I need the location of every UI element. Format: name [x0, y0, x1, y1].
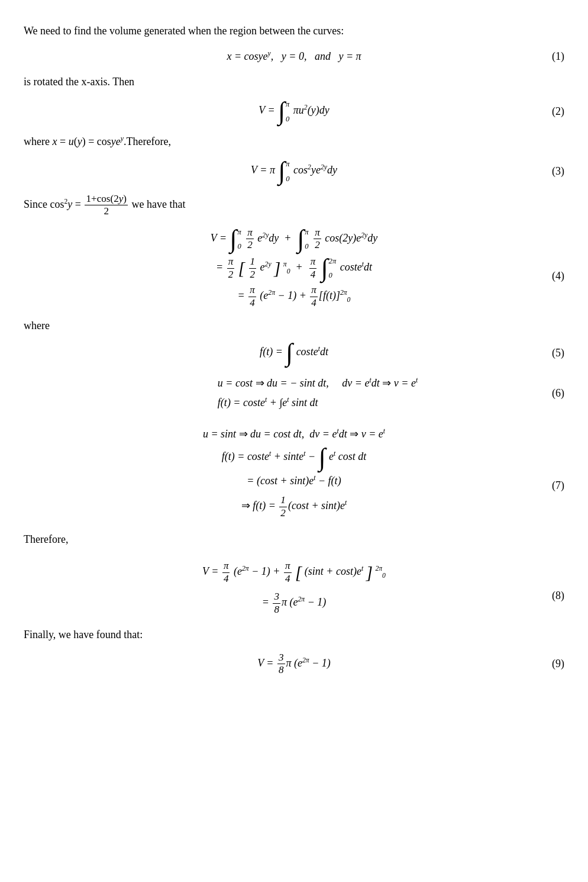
equation-3: V = π ∫ π0 cos2ye2ydy (3): [24, 158, 564, 184]
text1: is rotated the x-axis. Then: [24, 73, 564, 91]
equation-1: x = cosyey, y = 0, and y = π (1): [24, 48, 564, 65]
eq4-line3: = π4 (e2π − 1) + π4[f(t)]2π0: [24, 284, 564, 309]
eq7-line4: ⇒ f(t) = 12(cost + sint)et: [241, 494, 347, 519]
equation-6: u = cost ⇒ du = − sint dt, dv = etdt ⇒ v…: [24, 375, 564, 411]
eq7-line2: f(t) = costet + sintet − ∫ et cost dt: [222, 448, 367, 468]
equation-5: f(t) = ∫ costetdt (5): [24, 343, 564, 363]
equation-4-block: (4) V = ∫ π0 π2 e2ydy + ∫ π0 π2 cos(2y)e…: [24, 226, 564, 309]
eq7-number: (7): [552, 477, 564, 494]
eq3-number: (3): [552, 163, 564, 180]
intro-text: We need to find the volume generated whe…: [24, 22, 564, 40]
text2: where x = u(y) = cosyey.Therefore,: [24, 133, 564, 150]
text3: Since cos2y = 1+cos(2y)2 we have that: [24, 193, 564, 218]
eq1-content: x = cosyey, y = 0, and y = π: [227, 48, 361, 65]
eq5-content: f(t) = ∫ costetdt: [260, 343, 328, 363]
eq7-line3: = (cost + sint)et − f(t): [247, 472, 341, 490]
eq2-content: V = ∫ π0 πu2(y)dy: [259, 98, 329, 124]
equation-2: V = ∫ π0 πu2(y)dy (2): [24, 98, 564, 124]
eq2-number: (2): [552, 103, 564, 120]
equation-8-block: (8) V = π4 (e2π − 1) + π4 [ (sint + cost…: [24, 556, 564, 618]
eq6-number: (6): [552, 385, 564, 402]
eq1-number: (1): [552, 48, 564, 65]
equation-9: V = 38π (e2π − 1) (9): [24, 652, 564, 677]
eq4-number: (4): [552, 268, 564, 285]
eq4-line2: = π2 [ 12 e2y ] π0 + π4 ∫ 2π0 costetdt: [24, 255, 564, 282]
eq8-line1: V = π4 (e2π − 1) + π4 [ (sint + cost)et …: [202, 559, 386, 586]
text4: where: [24, 317, 564, 334]
eq5-number: (5): [552, 345, 564, 362]
text5: Therefore,: [24, 531, 564, 548]
eq8-line2: = 38π (e2π − 1): [262, 591, 327, 616]
eq3-content: V = π ∫ π0 cos2ye2ydy: [251, 158, 337, 184]
eq6-content: u = cost ⇒ du = − sint dt, dv = etdt ⇒ v…: [218, 375, 418, 411]
eq9-content: V = 38π (e2π − 1): [257, 652, 331, 677]
text6: Finally, we have found that:: [24, 626, 564, 643]
eq9-number: (9): [552, 655, 564, 672]
eq7-content: u = sint ⇒ du = cost dt, dv = etdt ⇒ v =…: [24, 423, 564, 522]
eq8-content: V = π4 (e2π − 1) + π4 [ (sint + cost)et …: [24, 556, 564, 618]
eq8-number: (8): [552, 587, 564, 604]
eq7-line1: u = sint ⇒ du = cost dt, dv = etdt ⇒ v =…: [203, 426, 385, 443]
eq4-line1: V = ∫ π0 π2 e2ydy + ∫ π0 π2 cos(2y)e2ydy: [24, 226, 564, 252]
equation-7-block: (7) u = sint ⇒ du = cost dt, dv = etdt ⇒…: [24, 423, 564, 522]
